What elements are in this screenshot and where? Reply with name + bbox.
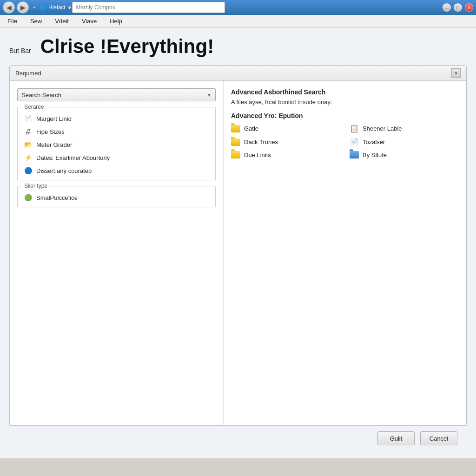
search-dropdown[interactable]: Search Search ▼ bbox=[17, 88, 216, 101]
seraree-group: Seraree 📄 Margert Linid 🖨 Fipe Sizes 📂 bbox=[17, 107, 216, 180]
option-bystlufe[interactable]: By Stlufe bbox=[350, 151, 459, 159]
siler-icon-0: 🟢 bbox=[23, 193, 33, 202]
main-area: But Bar Clrise !Everything! Bequmed > Se… bbox=[0, 28, 476, 458]
siler-type-label: Siler type bbox=[22, 183, 49, 189]
item-icon-0: 📄 bbox=[23, 114, 33, 123]
item-icon-2: 📂 bbox=[23, 140, 33, 149]
menu-help[interactable]: Help bbox=[108, 17, 124, 26]
but-bar-label: But Bar bbox=[9, 47, 31, 54]
option-gatle[interactable]: Gatle bbox=[231, 124, 340, 133]
main-title: Clrise !Everything! bbox=[40, 35, 214, 58]
list-item[interactable]: 🟢 SmalPulccefice bbox=[23, 193, 210, 202]
dropdown-arrow-icon: ▼ bbox=[207, 93, 212, 98]
item-text-3: Dates: Exarlimer Abourturly bbox=[36, 154, 110, 161]
siler-text-0: SmalPulccefice bbox=[36, 194, 78, 201]
address-input[interactable] bbox=[72, 2, 225, 13]
menu-file[interactable]: File bbox=[6, 17, 19, 26]
item-icon-1: 🖨 bbox=[23, 127, 33, 136]
option-dack[interactable]: Dack Trones bbox=[231, 138, 340, 146]
title-bar: ◀ ▶ + 🌐 Hielact ▼ — □ ✕ bbox=[0, 0, 476, 15]
option-tozalser[interactable]: 📄 Tozalser bbox=[350, 138, 459, 146]
forward-button[interactable]: ▶ bbox=[17, 1, 29, 13]
cancel-button[interactable]: Cancel bbox=[420, 431, 457, 445]
panel-container: Bequmed > Search Search ▼ Seraree 📄 bbox=[9, 65, 467, 425]
panel-expand-button[interactable]: > bbox=[451, 68, 461, 78]
title-bar-left: ◀ ▶ + 🌐 Hielact ▼ bbox=[3, 1, 72, 13]
nav-path: Hielact bbox=[48, 4, 66, 11]
seraree-label: Seraree bbox=[22, 104, 46, 110]
item-text-0: Margert Linid bbox=[36, 115, 72, 122]
menu-bar: File Sew Vdeit Viave Help bbox=[0, 15, 476, 28]
panel-header-title: Bequmed bbox=[15, 70, 41, 77]
option-text-tozalser: Tozalser bbox=[363, 139, 385, 145]
folder-icon-due bbox=[231, 151, 240, 159]
menu-viave[interactable]: Viave bbox=[80, 17, 99, 26]
panel-body: Search Search ▼ Seraree 📄 Margert Linid … bbox=[10, 81, 466, 425]
option-due[interactable]: Due Linits bbox=[231, 151, 340, 159]
folder-icon-gatle bbox=[231, 125, 240, 132]
right-column: Advanced Asborthined Search A files ayse… bbox=[224, 81, 466, 425]
panel-header: Bequmed > bbox=[10, 66, 466, 81]
siler-type-group: Siler type 🟢 SmalPulccefice bbox=[17, 186, 216, 207]
list-item[interactable]: 🔵 Dissert,any couratep bbox=[23, 166, 210, 175]
option-sheener[interactable]: 📋 Sheener Lable bbox=[350, 124, 459, 133]
list-item[interactable]: ⚡ Dates: Exarlimer Abourturly bbox=[23, 153, 210, 162]
option-text-sheener: Sheener Lable bbox=[363, 125, 402, 132]
item-icon-3: ⚡ bbox=[23, 153, 33, 162]
bottom-bar: Gulit Cancel bbox=[9, 425, 467, 451]
list-item[interactable]: 📂 Meter Grader bbox=[23, 140, 210, 149]
option-text-gatle: Gatle bbox=[244, 125, 258, 132]
left-column: Search Search ▼ Seraree 📄 Margert Linid … bbox=[10, 81, 224, 425]
list-item[interactable]: 📄 Margert Linid bbox=[23, 114, 210, 123]
advanced-desc: A files ayse, frcal bontiol tnsude onay: bbox=[231, 99, 459, 106]
back-button[interactable]: ◀ bbox=[3, 1, 15, 13]
menu-sew[interactable]: Sew bbox=[28, 17, 44, 26]
menu-vdeit[interactable]: Vdeit bbox=[53, 17, 71, 26]
list-item[interactable]: 🖨 Fipe Sizes bbox=[23, 127, 210, 136]
doc-icon-sheener: 📋 bbox=[350, 124, 359, 133]
siler-type-items: 🟢 SmalPulccefice bbox=[23, 193, 210, 202]
maximize-button[interactable]: □ bbox=[454, 3, 462, 12]
seraree-items: 📄 Margert Linid 🖨 Fipe Sizes 📂 Meter Gra… bbox=[23, 114, 210, 175]
option-text-bystlufe: By Stlufe bbox=[363, 152, 387, 159]
doc-icon-tozalser: 📄 bbox=[350, 138, 359, 146]
option-text-due: Due Linits bbox=[244, 152, 271, 159]
option-text-dack: Dack Trones bbox=[244, 139, 278, 145]
advanced-options-title: Advanced Yro: Epution bbox=[231, 112, 459, 119]
item-text-1: Fipe Sizes bbox=[36, 128, 65, 135]
ok-button[interactable]: Gulit bbox=[377, 431, 415, 445]
minimize-button[interactable]: — bbox=[443, 3, 451, 12]
search-dropdown-text: Search Search bbox=[21, 92, 61, 99]
advanced-title: Advanced Asborthined Search bbox=[231, 88, 459, 96]
item-text-4: Dissert,any couratep bbox=[36, 167, 92, 174]
folder-icon-bystlufe bbox=[350, 151, 359, 159]
close-button[interactable]: ✕ bbox=[465, 3, 473, 12]
item-icon-4: 🔵 bbox=[23, 166, 33, 175]
item-text-2: Meter Grader bbox=[36, 141, 72, 148]
folder-icon-dack bbox=[231, 139, 240, 146]
header-section: But Bar Clrise !Everything! bbox=[9, 35, 467, 58]
options-grid: Gatle 📋 Sheener Lable Dack Trones 📄 bbox=[231, 124, 459, 159]
